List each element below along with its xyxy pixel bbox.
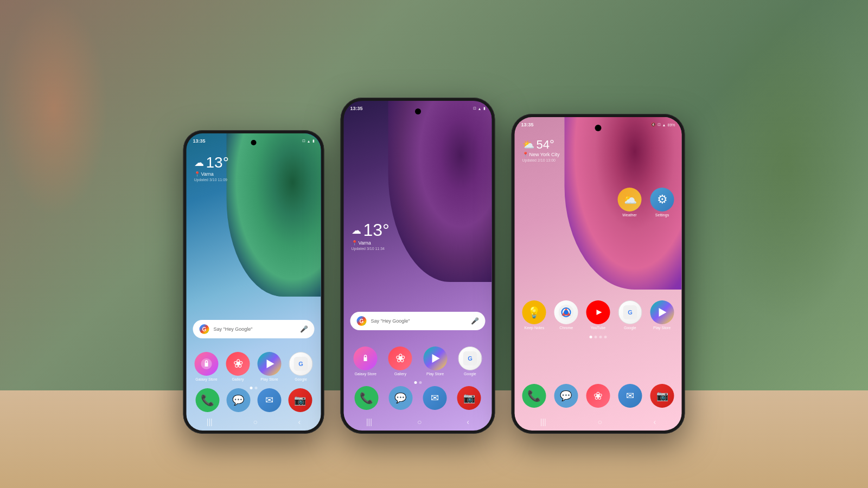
- app-play-store-right[interactable]: Play Store: [648, 300, 676, 330]
- dock-mail-center[interactable]: ✉: [419, 386, 451, 410]
- keep-icon-right: 💡: [522, 300, 546, 324]
- google-icon-left: G: [289, 352, 313, 376]
- camera-left: [251, 140, 257, 145]
- weather-location-center: 📍Varna: [352, 240, 390, 246]
- weather-updated-center: Updated 3/10 11:34: [352, 247, 390, 251]
- dot-4-right: [604, 336, 607, 338]
- galaxy-store-icon-center: [354, 346, 378, 370]
- weather-icon-left: ☁: [194, 157, 204, 169]
- app-google-center[interactable]: G Google: [455, 346, 485, 376]
- nav-recent-right[interactable]: |||: [540, 418, 546, 426]
- weather-icon-center: ☁: [352, 224, 361, 236]
- app-settings-right[interactable]: ⚙ Settings: [650, 188, 674, 217]
- messages-icon-left: 💬: [226, 388, 250, 412]
- weather-updated-right: Updated 2/10 13:00: [522, 158, 560, 162]
- nav-home-right[interactable]: ○: [597, 418, 602, 426]
- app-play-store-center[interactable]: Play Store: [420, 346, 450, 376]
- nav-recent-center[interactable]: |||: [366, 418, 372, 426]
- app-gallery-left[interactable]: ❀ Gallery: [225, 352, 252, 382]
- search-text-left: Say "Hey Google": [214, 326, 296, 332]
- dock-phone-left[interactable]: 📞: [193, 388, 222, 412]
- keep-label-right: Keep Notes: [525, 326, 545, 330]
- nav-home-left[interactable]: ○: [253, 418, 257, 426]
- app-keep-right[interactable]: 💡 Keep Notes: [520, 300, 549, 330]
- search-bar-left[interactable]: G Say "Hey Google" 🎤: [193, 320, 315, 338]
- app-row2-right: 💡 Keep Notes Chrome: [515, 300, 682, 330]
- app-google-right[interactable]: G Google: [616, 300, 644, 330]
- status-icons-right: 🔇 ⊡ ▲ 89%: [651, 123, 675, 127]
- weather-temp-right: 54°: [537, 138, 554, 152]
- search-text-center: Say "Hey Google": [371, 318, 467, 324]
- dock-phone-right[interactable]: 📞: [519, 384, 549, 408]
- search-bar-center[interactable]: G Say "Hey Google" 🎤: [350, 312, 486, 330]
- google-label-center: Google: [464, 372, 476, 376]
- weather-location-left: 📍Varna: [194, 171, 229, 177]
- camera-icon-left: 📷: [288, 388, 312, 412]
- phone-right: 13:35 🔇 ⊡ ▲ 89% ⛅ 54° 📍New York City Upd…: [512, 114, 685, 434]
- svg-text:G: G: [628, 309, 633, 316]
- dock-mail-left[interactable]: ✉: [255, 388, 284, 412]
- dock-mail-right[interactable]: ✉: [615, 384, 645, 408]
- mic-icon-center: 🎤: [471, 317, 479, 325]
- mute-icon-right: 🔇: [651, 123, 656, 127]
- messages-icon-right: 💬: [554, 384, 578, 408]
- phone-icon-left: 📞: [195, 388, 219, 412]
- app-grid-center: Galaxy Store ❀ Gallery Play Store: [344, 346, 492, 376]
- phone-center: 13:35 ⊡ ▲ ▮ ☁ 13° 📍Varna Updated 3/10 11…: [341, 98, 495, 434]
- page-dots-right: [590, 336, 607, 338]
- chrome-icon-right: [554, 300, 578, 324]
- screen-left: 13:35 ⊡ ▲ ▮ ☁ 13° 📍Varna Updated 3/10 11…: [187, 133, 321, 431]
- dot-1-center: [414, 381, 417, 384]
- battery-icon-center: ▮: [483, 106, 486, 111]
- dot-2-right: [595, 336, 597, 338]
- gallery-icon-center: ❀: [388, 346, 412, 370]
- google-label-left: Google: [295, 377, 307, 382]
- google-icon-center: G: [458, 346, 482, 370]
- app-galaxy-store-left[interactable]: Galaxy Store: [193, 352, 220, 382]
- wifi-icon-left: ⊡: [302, 139, 305, 143]
- svg-point-6: [564, 310, 569, 314]
- chrome-label-right: Chrome: [559, 326, 573, 330]
- nav-back-center[interactable]: ‹: [467, 418, 469, 426]
- app-gallery-center[interactable]: ❀ Gallery: [385, 346, 416, 376]
- dot-2-center: [419, 381, 422, 384]
- nav-recent-left[interactable]: |||: [207, 418, 213, 426]
- nav-back-left[interactable]: ‹: [298, 418, 301, 426]
- app-youtube-right[interactable]: YouTube: [584, 300, 612, 330]
- svg-text:G: G: [298, 361, 303, 367]
- dock-camera-right[interactable]: 📷: [647, 384, 677, 408]
- app-weather-right[interactable]: ⛅ Weather: [618, 188, 642, 217]
- time-center: 13:35: [350, 106, 363, 111]
- wifi-icon-center: ⊡: [473, 106, 476, 111]
- dock-messages-left[interactable]: 💬: [224, 388, 253, 412]
- nav-home-center[interactable]: ○: [417, 418, 422, 426]
- nav-back-right[interactable]: ‹: [653, 418, 656, 426]
- dock-gallery-right[interactable]: ❀: [583, 384, 613, 408]
- wallpaper-left: [227, 133, 321, 297]
- dock-phone-center[interactable]: 📞: [350, 386, 382, 410]
- dock-center: 📞 💬 ✉ 📷: [344, 386, 492, 410]
- youtube-label-right: YouTube: [591, 326, 606, 330]
- app-chrome-right[interactable]: Chrome: [552, 300, 580, 330]
- time-right: 13:35: [521, 122, 534, 127]
- dock-messages-right[interactable]: 💬: [551, 384, 581, 408]
- dock-messages-center[interactable]: 💬: [385, 386, 417, 410]
- status-icons-center: ⊡ ▲ ▮: [473, 106, 486, 111]
- dock-camera-center[interactable]: 📷: [453, 386, 485, 410]
- weather-app-icon-right: ⛅: [618, 188, 642, 211]
- signal-icon-right: ▲: [662, 123, 666, 127]
- dock-camera-left[interactable]: 📷: [286, 388, 315, 412]
- app-galaxy-store-center[interactable]: Galaxy Store: [350, 346, 381, 376]
- galaxy-store-label-center: Galaxy Store: [354, 372, 376, 376]
- phone-icon-center: 📞: [354, 386, 378, 410]
- galaxy-store-icon-left: [195, 352, 219, 376]
- weather-right: ⛅ 54° 📍New York City Updated 2/10 13:00: [522, 138, 560, 162]
- messages-icon-center: 💬: [388, 386, 412, 410]
- mic-icon-left: 🎤: [300, 325, 308, 333]
- app-google-left[interactable]: G Google: [288, 352, 315, 382]
- app-play-store-left[interactable]: Play Store: [256, 352, 283, 382]
- mail-icon-left: ✉: [257, 388, 281, 412]
- play-store-icon-center: [423, 346, 447, 370]
- settings-label-right: Settings: [655, 213, 669, 217]
- screen-center: 13:35 ⊡ ▲ ▮ ☁ 13° 📍Varna Updated 3/10 11…: [344, 101, 492, 431]
